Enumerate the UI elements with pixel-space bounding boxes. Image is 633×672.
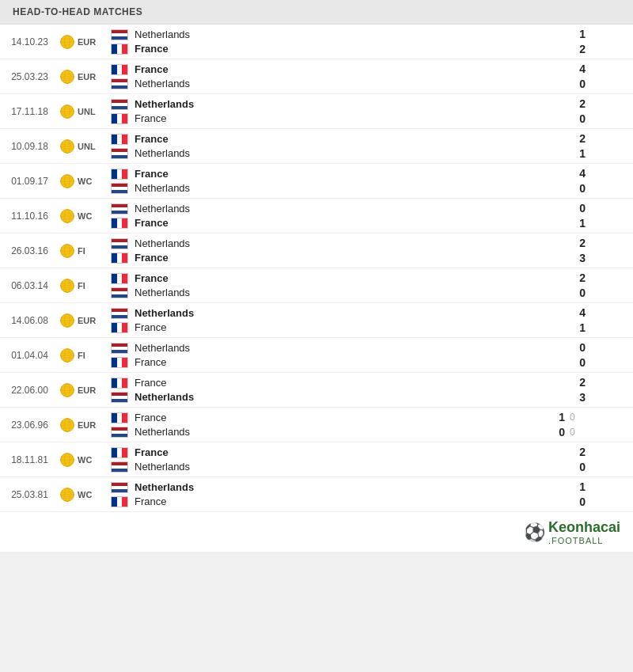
score-main: 1 — [570, 321, 586, 334]
score-row: 3 — [570, 252, 586, 264]
flag-netherlands — [111, 482, 128, 493]
team-row: France — [111, 112, 570, 124]
flag-netherlands — [111, 78, 128, 89]
flag-fr — [111, 447, 128, 458]
team-row: France — [111, 356, 570, 368]
match-date: 01.09.17 — [0, 176, 59, 187]
comp-label: WC — [78, 211, 92, 221]
match-competition: FI — [59, 347, 111, 363]
flag-netherlands — [111, 287, 128, 298]
team-row: France — [111, 321, 570, 333]
match-competition: EUR — [59, 382, 111, 398]
flag-nl — [111, 482, 128, 493]
team-row: Netherlands — [111, 342, 570, 354]
flag-france — [111, 322, 128, 333]
flag-netherlands — [111, 203, 128, 215]
comp-label: EUR — [78, 316, 96, 325]
match-competition: WC — [59, 487, 111, 503]
score-row: 10 — [549, 411, 586, 423]
flag-netherlands — [111, 308, 128, 319]
matches-list: 14.10.23 EURNetherlandsFrance1225.03.23 … — [0, 25, 633, 512]
match-competition: WC — [59, 173, 111, 189]
team-name: France — [135, 43, 169, 55]
score-main: 2 — [570, 237, 586, 249]
team-row: Netherlands — [111, 203, 570, 215]
score-main: 3 — [570, 252, 586, 264]
score-main: 0 — [570, 202, 586, 215]
team-name: France — [135, 377, 166, 389]
comp-label: EUR — [78, 420, 96, 430]
match-teams: FranceNetherlands — [111, 272, 570, 298]
score-main: 0 — [570, 182, 586, 195]
team-name: Netherlands — [135, 391, 194, 403]
score-row: 0 — [570, 112, 586, 125]
flag-nl — [111, 238, 128, 249]
score-row: 4 — [570, 167, 586, 180]
team-row: France — [111, 272, 570, 284]
team-name: France — [135, 321, 166, 333]
comp-label: FI — [78, 246, 85, 256]
flag-nl — [111, 343, 128, 354]
team-name: Netherlands — [135, 342, 190, 354]
team-row: Netherlands — [111, 426, 549, 438]
score-extra: 0 — [570, 427, 586, 438]
score-main: 1 — [549, 411, 565, 423]
comp-label: FI — [78, 281, 85, 290]
team-row: Netherlands — [111, 287, 570, 298]
match-date: 11.10.16 — [0, 211, 59, 222]
team-row: Netherlands — [111, 237, 570, 249]
match-date: 26.03.16 — [0, 245, 59, 256]
match-scores: 40 — [570, 167, 586, 195]
flag-fr — [111, 64, 128, 75]
team-name: France — [135, 252, 169, 264]
match-scores: 12 — [570, 28, 586, 55]
flag-france — [111, 447, 128, 458]
score-main: 4 — [570, 63, 586, 75]
team-row: Netherlands — [111, 28, 570, 40]
score-row: 1 — [570, 28, 586, 40]
team-name: France — [135, 133, 169, 145]
team-row: France — [111, 133, 570, 145]
main-container: HEAD-TO-HEAD MATCHES 14.10.23 EURNetherl… — [0, 0, 633, 552]
match-date: 14.06.08 — [0, 315, 59, 326]
team-name: Netherlands — [135, 237, 190, 249]
team-name: France — [135, 446, 169, 458]
score-row: 2 — [570, 132, 586, 145]
comp-label: EUR — [78, 72, 96, 82]
match-date: 10.09.18 — [0, 141, 59, 152]
comp-label: WC — [78, 490, 92, 499]
team-name: Netherlands — [135, 28, 190, 40]
team-name: France — [135, 495, 166, 507]
match-group: 11.10.16 WCNetherlandsFrance01 — [0, 199, 633, 233]
flag-netherlands — [111, 29, 128, 40]
score-row: 4 — [570, 63, 586, 75]
team-row: France — [111, 412, 549, 423]
match-competition: FI — [59, 278, 111, 294]
match-scores: 23 — [570, 237, 586, 264]
match-group: 22.06.00 EURFranceNetherlands23 — [0, 373, 633, 408]
team-row: France — [111, 252, 570, 264]
flag-nl — [111, 183, 128, 194]
match-teams: NetherlandsFrance — [111, 28, 570, 55]
comp-label: UNL — [78, 107, 96, 116]
flag-fr — [111, 322, 128, 333]
team-row: Netherlands — [111, 78, 570, 89]
team-name: Netherlands — [135, 481, 194, 493]
score-main: 0 — [570, 112, 586, 125]
score-main: 2 — [570, 271, 586, 284]
match-scores: 21 — [570, 132, 586, 160]
flag-france — [111, 252, 128, 264]
match-competition: EUR — [59, 417, 111, 433]
score-main: 1 — [570, 480, 586, 493]
match-teams: FranceNetherlands — [111, 133, 570, 159]
match-date: 17.11.18 — [0, 106, 59, 117]
watermark-logo: ⚽ Keonhacai .FOOTBALL — [524, 520, 620, 545]
flag-france — [111, 412, 128, 423]
flag-france — [111, 496, 128, 507]
score-main: 2 — [570, 97, 586, 110]
flag-fr — [111, 218, 128, 229]
flag-france — [111, 378, 128, 389]
match-teams: FranceNetherlands — [111, 412, 549, 438]
score-row: 4 — [570, 306, 586, 319]
match-date: 06.03.14 — [0, 280, 59, 291]
